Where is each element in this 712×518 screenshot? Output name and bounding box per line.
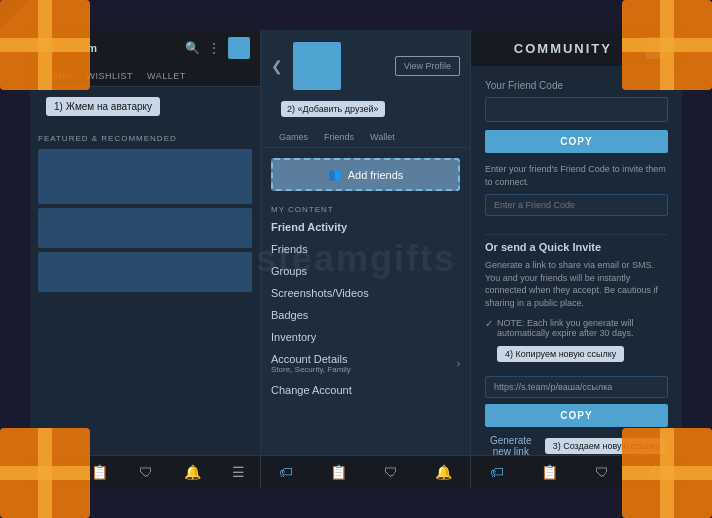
middle-nav-list[interactable]: 📋 xyxy=(330,464,347,480)
avatar[interactable] xyxy=(228,37,250,59)
friend-code-input[interactable] xyxy=(485,97,668,122)
tab-wallet[interactable]: Wallet xyxy=(362,127,403,147)
featured-image-1 xyxy=(38,149,252,204)
featured-image-3 xyxy=(38,252,252,292)
enter-friend-code-input[interactable] xyxy=(485,194,668,216)
menu-account-sublabel: Store, Security, Family xyxy=(271,365,351,374)
bottom-nav-bell-icon[interactable]: 🔔 xyxy=(184,464,201,480)
menu-badges[interactable]: Badges xyxy=(261,304,470,326)
svg-rect-2 xyxy=(0,38,90,52)
profile-avatar xyxy=(293,42,341,90)
quick-invite-label: Or send a Quick Invite xyxy=(485,241,668,253)
warning-text: NOTE: Each link you generate will automa… xyxy=(497,318,668,338)
comm-nav-tag[interactable]: 🏷 xyxy=(490,464,504,480)
middle-nav-bell[interactable]: 🔔 xyxy=(435,464,452,480)
quick-invite-description: Generate a link to share via email or SM… xyxy=(485,259,668,309)
bottom-nav-list-icon[interactable]: 📋 xyxy=(91,464,108,480)
svg-rect-9 xyxy=(0,466,90,480)
svg-rect-12 xyxy=(622,466,712,480)
middle-nav-shield[interactable]: 🛡 xyxy=(384,464,398,480)
my-content-label: MY CONTENT xyxy=(261,201,470,216)
generate-link-button[interactable]: Generate new link xyxy=(485,433,537,455)
community-content: Your Friend Code COPY Enter your friend'… xyxy=(471,66,682,455)
tab-friends[interactable]: Friends xyxy=(316,127,362,147)
menu-groups[interactable]: Groups xyxy=(261,260,470,282)
search-icon[interactable]: 🔍 xyxy=(185,41,200,55)
profile-header: ❮ View Profile xyxy=(261,30,470,98)
left-content: FEATURED & RECOMMENDED xyxy=(30,126,260,455)
view-profile-button[interactable]: View Profile xyxy=(395,56,460,76)
add-friends-icon: 👥 xyxy=(328,168,342,181)
menu-account-details[interactable]: Account Details Store, Security, Family … xyxy=(261,348,470,379)
menu-friends[interactable]: Friends xyxy=(261,238,470,260)
left-panel: Steam 🔍 ⋮ MENU WISHLIST WALLET 1) Жмем н… xyxy=(30,30,260,488)
featured-label: FEATURED & RECOMMENDED xyxy=(38,134,252,143)
back-arrow-icon[interactable]: ❮ xyxy=(271,58,283,74)
tooltip-4: 4) Копируем новую ссылку xyxy=(497,346,624,362)
menu-account-label: Account Details xyxy=(271,353,351,365)
comm-nav-shield[interactable]: 🛡 xyxy=(595,464,609,480)
add-friends-label: Add friends xyxy=(348,169,404,181)
friend-code-description: Enter your friend's Friend Code to invit… xyxy=(485,163,668,188)
invite-link-input[interactable] xyxy=(485,376,668,398)
bottom-nav-menu-icon[interactable]: ☰ xyxy=(232,464,245,480)
more-icon[interactable]: ⋮ xyxy=(208,41,220,55)
featured-images xyxy=(38,149,252,292)
steam-header-icons: 🔍 ⋮ xyxy=(185,37,250,59)
menu-account-arrow: › xyxy=(457,358,460,369)
menu-friend-activity[interactable]: Friend Activity xyxy=(261,216,470,238)
tab-games[interactable]: Games xyxy=(271,127,316,147)
community-title: COMMUNITY xyxy=(485,41,612,56)
profile-tabs: Games Friends Wallet xyxy=(261,127,470,148)
add-friends-button[interactable]: 👥 Add friends xyxy=(271,158,460,191)
menu-inventory[interactable]: Inventory xyxy=(261,326,470,348)
menu-change-account[interactable]: Change Account xyxy=(261,379,470,401)
copy-invite-link-button[interactable]: COPY xyxy=(485,404,668,427)
profile-popup: ❮ View Profile 2) «Добавить друзей» Game… xyxy=(261,30,470,455)
middle-nav-tag[interactable]: 🏷 xyxy=(279,464,293,480)
middle-bottom-nav: 🏷 📋 🛡 🔔 xyxy=(261,455,470,488)
divider xyxy=(485,234,668,235)
nav-wallet[interactable]: WALLET xyxy=(141,66,192,86)
right-panel: COMMUNITY ⋮ Your Friend Code COPY Enter … xyxy=(470,30,682,488)
bottom-nav-shield-icon[interactable]: 🛡 xyxy=(139,464,153,480)
comm-nav-list[interactable]: 📋 xyxy=(541,464,558,480)
check-icon: ✓ xyxy=(485,318,493,329)
tooltip-2: 2) «Добавить друзей» xyxy=(281,101,385,117)
svg-rect-6 xyxy=(622,38,712,52)
featured-image-2 xyxy=(38,208,252,248)
tooltip-1: 1) Жмем на аватарку xyxy=(46,97,160,116)
warning-section: ✓ NOTE: Each link you generate will auto… xyxy=(485,318,668,370)
copy-friend-code-button[interactable]: COPY xyxy=(485,130,668,153)
menu-screenshots[interactable]: Screenshots/Videos xyxy=(261,282,470,304)
middle-panel: ❮ View Profile 2) «Добавить друзей» Game… xyxy=(260,30,470,488)
